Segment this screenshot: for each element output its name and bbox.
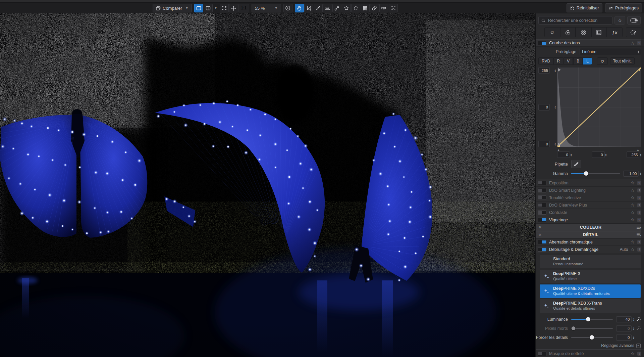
correction-section-row[interactable]: Exposition ☆ ?	[536, 179, 644, 187]
tone-curve-header[interactable]: Courbe des tons ☆ ?	[536, 39, 644, 47]
hand-tool-button[interactable]	[295, 4, 304, 12]
presets-button[interactable]: Préréglages	[605, 3, 642, 12]
denoise-option[interactable]: DeepPRIME 3 Qualité ultime	[540, 270, 641, 283]
help-icon[interactable]: ?	[637, 218, 641, 222]
favorite-star-icon[interactable]: ☆	[631, 180, 635, 185]
tone-curve-enable-toggle[interactable]	[538, 41, 546, 45]
close-icon[interactable]: ✕	[538, 232, 545, 237]
section-enable-toggle[interactable]	[538, 240, 546, 244]
pan-zoom-button[interactable]	[229, 4, 238, 12]
curve-reset-all-button[interactable]: Tout réinit.	[610, 57, 635, 65]
compare-button[interactable]: Comparer ▼	[153, 4, 192, 12]
help-icon[interactable]: ?	[637, 203, 641, 207]
slider-track[interactable]	[571, 337, 613, 338]
tab-geometry[interactable]	[591, 27, 607, 37]
search-input[interactable]	[547, 18, 609, 23]
curve-out-white-field[interactable]: 255	[538, 67, 550, 74]
section-enable-toggle[interactable]	[538, 203, 546, 207]
gamma-slider[interactable]	[571, 173, 620, 174]
curve-in-black-field[interactable]: 0	[557, 151, 570, 158]
correction-section-row[interactable]: Contraste ☆ ?	[536, 209, 644, 216]
correction-section-row[interactable]: DxO ClearView Plus ☆ ?	[536, 202, 644, 209]
correction-section-row[interactable]: Débruitage & Dématriçage Auto ☆ ?	[536, 246, 644, 253]
close-icon[interactable]: ✕	[538, 225, 545, 230]
section-enable-toggle[interactable]	[538, 210, 546, 215]
slider-knob[interactable]	[590, 335, 594, 340]
curve-pipette-button[interactable]	[571, 160, 581, 168]
eyedropper-tool-button[interactable]	[314, 4, 323, 12]
perspective-grid-tool-button[interactable]	[361, 4, 370, 12]
polygon-tool-button[interactable]	[342, 4, 351, 12]
help-icon[interactable]: ?	[637, 211, 641, 215]
zoom-level-select[interactable]: 55 % ▼	[252, 4, 281, 12]
help-icon[interactable]: ?	[637, 188, 641, 192]
show-corrections-button[interactable]	[379, 4, 388, 12]
horizon-tool-button[interactable]	[323, 4, 332, 12]
favorite-star-icon[interactable]: ☆	[631, 41, 635, 46]
curve-channel-b[interactable]: B	[573, 57, 583, 65]
section-enable-toggle[interactable]	[538, 188, 546, 192]
curve-out-black-field[interactable]: 0	[538, 141, 550, 147]
group-menu-icon[interactable]: ☰▾	[636, 225, 641, 230]
freehand-mask-tool-button[interactable]	[351, 4, 360, 12]
view-mode-chevron-icon[interactable]: ▼	[214, 6, 217, 10]
curve-reset-button[interactable]: ↺	[597, 57, 608, 65]
slider-value-field[interactable]: 40	[616, 316, 632, 322]
help-icon[interactable]: ?	[637, 196, 641, 200]
curve-in-white-field[interactable]: 255	[627, 151, 639, 158]
help-icon[interactable]: ?	[637, 41, 641, 45]
single-view-button[interactable]	[194, 4, 203, 12]
mask-display-button[interactable]	[389, 4, 398, 12]
curve-in-mid-field[interactable]: 0	[592, 151, 605, 158]
slider-track[interactable]	[571, 328, 613, 329]
help-icon[interactable]: ?	[637, 352, 641, 356]
collapse-icon[interactable]: −	[636, 344, 641, 348]
curve-channel-r[interactable]: R	[553, 57, 563, 65]
photo-viewport[interactable]	[0, 13, 535, 357]
tab-detail[interactable]	[576, 27, 591, 37]
tab-local-adjustments[interactable]	[626, 27, 642, 37]
advanced-settings-row[interactable]: Réglages avancés −	[536, 342, 644, 349]
slider-knob[interactable]	[586, 317, 590, 321]
tone-curve-graph[interactable]	[557, 67, 641, 147]
correction-section-row[interactable]: Aberration chromatique ☆ ?	[536, 238, 644, 246]
denoise-option[interactable]: Standard Rendu instantané	[540, 255, 641, 268]
help-icon[interactable]: ?	[637, 240, 641, 244]
favorite-star-icon[interactable]: ☆	[631, 351, 635, 356]
slider-value-field[interactable]: 0	[616, 334, 632, 341]
search-correction-box[interactable]	[538, 16, 612, 25]
slider-value-field[interactable]: 0	[616, 325, 632, 331]
section-enable-toggle[interactable]	[538, 181, 546, 185]
curve-out-mid-field[interactable]: 0	[538, 104, 550, 110]
zoom-1-1-button[interactable]: 1:1	[238, 4, 249, 12]
curve-channel-l[interactable]: L	[583, 57, 592, 65]
split-view-button[interactable]	[204, 4, 213, 12]
favorite-star-icon[interactable]: ☆	[631, 188, 635, 193]
tab-light[interactable]: ☼	[544, 27, 560, 37]
favorite-star-icon[interactable]: ☆	[631, 195, 635, 200]
crop-tool-button[interactable]	[304, 4, 313, 12]
denoise-option[interactable]: DeepPRIME XD3 X-Trans Qualité et détails…	[540, 299, 641, 313]
sharpen-mask-section[interactable]: Masque de netteté ☆ ?	[536, 349, 644, 357]
section-enable-toggle[interactable]	[538, 247, 546, 252]
slider-track[interactable]	[571, 319, 613, 320]
favorite-star-icon[interactable]: ☆	[631, 217, 635, 222]
help-icon[interactable]: ?	[637, 181, 641, 185]
section-enable-toggle[interactable]	[538, 218, 546, 222]
section-enable-toggle[interactable]	[538, 195, 546, 200]
active-corrections-toggle[interactable]	[627, 16, 641, 25]
gamma-value-field[interactable]: 1,00	[623, 171, 639, 177]
correction-section-row[interactable]: Tonalité sélective ☆ ?	[536, 194, 644, 202]
favorites-filter-button[interactable]: ☆	[614, 16, 625, 25]
control-points-tool-button[interactable]	[332, 4, 341, 12]
curve-preset-select[interactable]: Linéaire ▴▾	[580, 48, 641, 55]
favorite-star-icon[interactable]: ☆	[631, 239, 635, 244]
favorite-star-icon[interactable]: ☆	[631, 210, 635, 215]
tab-color[interactable]	[560, 27, 576, 37]
magic-wand-icon[interactable]	[636, 326, 641, 331]
correction-section-row[interactable]: Vignetage ☆ ?	[536, 216, 644, 224]
favorite-star-icon[interactable]: ☆	[631, 203, 635, 208]
fit-screen-button[interactable]	[220, 4, 229, 12]
favorite-star-icon[interactable]: ☆	[631, 247, 635, 252]
slider-knob[interactable]	[572, 326, 575, 330]
